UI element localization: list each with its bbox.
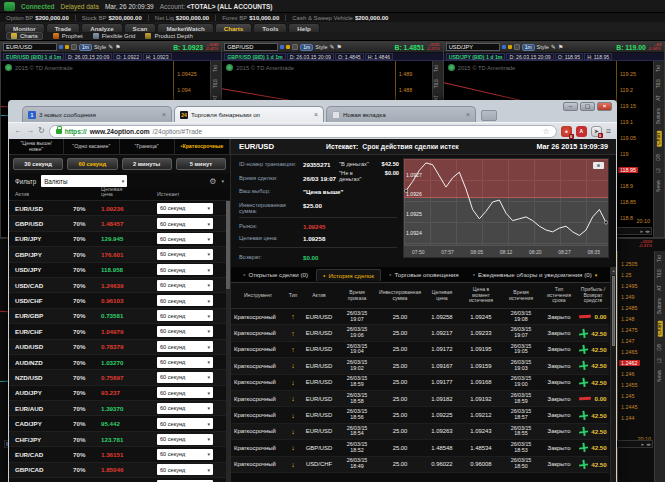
asset-row[interactable]: GBP/CAD70%1.8504660 секунд▾	[9, 463, 226, 478]
asset-row[interactable]: EUR/JPY70%129.94560 секунд▾	[9, 232, 226, 247]
tab-close-icon[interactable]: ×	[314, 111, 318, 118]
bookmark-star-icon[interactable]: ☆	[543, 127, 550, 136]
extension-icon-2[interactable]: A	[576, 126, 587, 137]
tab-close-icon[interactable]: ×	[466, 111, 470, 118]
camera-icon[interactable]	[593, 162, 604, 169]
option-type-tab[interactable]: "Граница"	[120, 139, 175, 154]
interval-button[interactable]: 1m	[522, 44, 535, 51]
expiry-select[interactable]: 60 секунд▾	[157, 326, 213, 337]
expiry-select[interactable]: 60 секунд▾	[157, 418, 213, 429]
scrollbar-thumb[interactable]	[612, 276, 615, 346]
asset-row[interactable]: AUD/JPY70%93.23760 секунд▾	[9, 386, 226, 401]
scroll-expand-icon[interactable]: ◂▸	[646, 441, 651, 447]
asset-row[interactable]: GBP/JPY70%176.60160 секунд▾	[9, 247, 226, 262]
browser-tab[interactable]: 24Торговля бинарными оп×	[174, 106, 324, 122]
bottom-tab[interactable]: ●Ежедневные обзоры и уведомления (0)▾	[467, 269, 604, 280]
scroll-right-icon[interactable]: ▸	[640, 228, 643, 234]
interval-button[interactable]: 1m	[79, 44, 92, 51]
bottom-tab[interactable]: ●Торговые оповещения	[383, 269, 465, 280]
link-icon[interactable]	[59, 45, 63, 49]
expiry-select[interactable]: 60 секунд▾	[157, 449, 213, 460]
asset-row[interactable]: USD/JPY70%118.95860 секунд▾	[9, 263, 226, 278]
tab-scan[interactable]: Scan	[124, 23, 157, 32]
symbol-input[interactable]: USD/JPY	[446, 43, 500, 51]
asset-row[interactable]: EUR/GBP70%0.7358160 секунд▾	[9, 309, 226, 324]
side-tab-chart[interactable]: Chart	[658, 321, 663, 337]
asset-row[interactable]: EUR/CAD70%1.3615160 секунд▾	[9, 447, 226, 462]
duration-button[interactable]: 2 минуты	[122, 158, 172, 170]
expiry-select[interactable]: 60 секунд▾	[157, 218, 213, 229]
close-button[interactable]: ×	[597, 102, 612, 111]
symbol-input[interactable]: GBP/USD	[224, 43, 278, 51]
asset-row[interactable]: USD/CHF70%0.9610360 секунд▾	[9, 293, 226, 308]
extension-icon-1[interactable]: ●0	[561, 126, 572, 137]
tab-charts[interactable]: Charts	[215, 23, 253, 32]
side-tab-at[interactable]: AT	[657, 95, 662, 101]
flag-icon[interactable]: ⚑	[558, 44, 563, 50]
tab-monitor[interactable]: Monitor	[4, 23, 45, 32]
side-tab-trd[interactable]: Trd	[658, 255, 663, 262]
side-tab-trd[interactable]: Trd	[435, 65, 440, 72]
account-selector[interactable]: Account: <TOTAL> (ALL ACCOUNTS)	[160, 3, 273, 10]
link-icon[interactable]	[502, 45, 506, 49]
expiry-select[interactable]: 60 секунд▾	[157, 310, 213, 321]
expiry-select[interactable]: 60 секунд▾	[157, 249, 213, 260]
history-scrollbar[interactable]: ▴	[610, 267, 616, 482]
expiry-select[interactable]: 60 секунд▾	[157, 372, 213, 383]
expiry-select[interactable]: 60 секунд▾	[157, 203, 213, 214]
caret-down-icon[interactable]: ▾	[221, 178, 224, 184]
asset-row[interactable]: EUR/USD70%1.0923660 секунд▾	[9, 201, 226, 216]
side-tab-news[interactable]: News	[657, 180, 662, 192]
asset-row[interactable]: USD/CAD70%1.2463960 секунд▾	[9, 278, 226, 293]
style-button[interactable]: Style	[315, 44, 327, 50]
extension-icon-3[interactable]: ➤0	[591, 126, 602, 137]
asset-row[interactable]: CHF/JPY70%123.78160 секунд▾	[9, 432, 226, 447]
alert-icon[interactable]	[286, 45, 290, 49]
url-input[interactable]: https://www.24option.com/24option/#Trade…	[49, 125, 557, 138]
browser-tab[interactable]: 13 новых сообщения×	[22, 106, 172, 122]
asset-row[interactable]: NZD/USD70%0.7589760 секунд▾	[9, 370, 226, 385]
scrollbar-thumb[interactable]	[226, 201, 230, 289]
side-tab-db[interactable]: DB	[657, 154, 662, 161]
duration-button[interactable]: 5 минут	[176, 158, 226, 170]
expiry-select[interactable]: 60 секунд▾	[157, 280, 213, 291]
expiry-select[interactable]: 60 секунд▾	[157, 357, 213, 368]
bottom-tab[interactable]: ●История сделок	[316, 269, 381, 281]
forward-button[interactable]: →	[26, 127, 34, 135]
tab-trade[interactable]: Trade	[46, 23, 81, 32]
tab-analyze[interactable]: Analyze	[81, 23, 122, 32]
scroll-right-icon[interactable]: ▸	[641, 441, 644, 447]
scroll-up-icon[interactable]: ▴	[611, 267, 616, 275]
expiry-select[interactable]: 60 секунд▾	[157, 295, 213, 306]
snapshot-icon[interactable]	[292, 44, 298, 50]
flag-icon[interactable]: ⚑	[337, 44, 342, 50]
maximize-button[interactable]: ▢	[580, 102, 595, 111]
expiry-select[interactable]: 60 секунд▾	[157, 403, 213, 414]
side-tab-chart[interactable]: Chart	[657, 131, 662, 147]
pencil-icon[interactable]: ✎	[108, 44, 113, 50]
side-tab-trd[interactable]: Trd	[214, 65, 219, 72]
gear-icon[interactable]: ⚙	[209, 177, 216, 186]
reload-button[interactable]: ↻	[38, 127, 45, 135]
back-button[interactable]: ←	[14, 127, 22, 135]
option-type-tab[interactable]: Краткосрочные	[175, 139, 230, 154]
asset-list-scrollbar[interactable]	[226, 201, 230, 482]
asset-row[interactable]: GBP/CHF70%60 секунд▾	[9, 478, 226, 482]
expiry-select[interactable]: 60 секунд▾	[157, 434, 213, 445]
tab-marketwatch[interactable]: MarketWatch	[157, 23, 213, 32]
link-icon[interactable]	[280, 45, 284, 49]
new-tab-button[interactable]	[481, 110, 497, 121]
side-tab-l2[interactable]: L2	[657, 168, 662, 173]
symbol-input[interactable]: EUR/USD	[3, 43, 57, 51]
pencil-icon[interactable]: ✎	[330, 44, 335, 50]
side-tab-ts[interactable]: T&S	[435, 79, 440, 88]
expiry-select[interactable]: 60 секунд▾	[157, 264, 213, 275]
expiry-select[interactable]: 60 секунд▾	[157, 341, 213, 352]
scroll-expand-icon[interactable]: ◂▸	[645, 228, 650, 234]
style-button[interactable]: Style	[537, 44, 549, 50]
alert-icon[interactable]	[508, 45, 512, 49]
toolbar-item-flexible-grid[interactable]: Flexible Grid	[93, 33, 136, 39]
expiry-select[interactable]: 60 секунд▾	[157, 464, 213, 475]
tab-tools[interactable]: Tools	[253, 23, 287, 32]
interval-button[interactable]: 1m	[300, 44, 313, 51]
